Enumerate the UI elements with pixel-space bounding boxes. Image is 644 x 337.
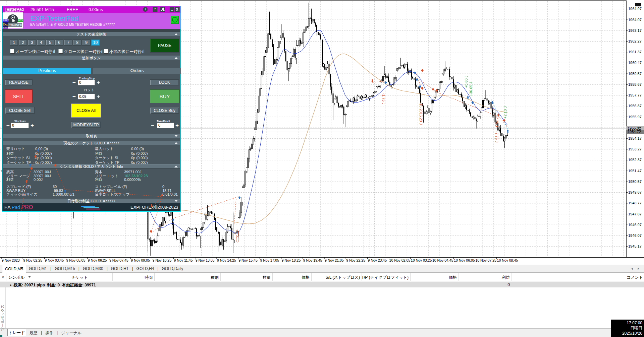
svg-text:1949.67: 1949.67 <box>628 190 642 194</box>
svg-text:9 Nov 09:05: 9 Nov 09:05 <box>131 258 150 262</box>
svg-text:9 Nov 11:45: 9 Nov 11:45 <box>174 258 193 262</box>
svg-text:TRAINER: TRAINER <box>9 23 22 27</box>
svg-text:1947.87: 1947.87 <box>628 212 642 216</box>
svg-text:9 Nov 05:05: 9 Nov 05:05 <box>66 258 86 262</box>
svg-text:+36.65 J: +36.65 J <box>469 82 473 96</box>
svg-text:9 Nov 19:45: 9 Nov 19:45 <box>303 258 322 262</box>
svg-text:1961.37: 1961.37 <box>628 50 642 54</box>
svg-text:-7.75 J: -7.75 J <box>495 116 499 127</box>
svg-text:Exp: Exp <box>3 23 8 26</box>
svg-text:9 Nov 03:45: 9 Nov 03:45 <box>45 258 64 262</box>
svg-text:10 Nov 03:25: 10 Nov 03:25 <box>411 258 432 262</box>
svg-text:1946.07: 1946.07 <box>628 233 642 238</box>
svg-text:FREE: FREE <box>3 19 9 21</box>
svg-text:9 Nov 23:45: 9 Nov 23:45 <box>368 258 387 262</box>
svg-text:1964.07: 1964.07 <box>628 18 642 22</box>
svg-text:9 Nov 17:05: 9 Nov 17:05 <box>260 258 279 262</box>
svg-text:9 Nov 07:45: 9 Nov 07:45 <box>109 258 128 262</box>
svg-text:1958.67: 1958.67 <box>628 82 642 86</box>
svg-text:9 Nov 22:25: 9 Nov 22:25 <box>346 258 365 262</box>
svg-text:10 Nov 07:25: 10 Nov 07:25 <box>475 258 496 262</box>
svg-text:9 Nov 02:25: 9 Nov 02:25 <box>23 258 42 262</box>
svg-text:10 Nov 06:05: 10 Nov 06:05 <box>454 258 475 262</box>
svg-text:+0.60 J: +0.60 J <box>464 76 468 88</box>
svg-text:10 Nov 04:45: 10 Nov 04:45 <box>432 258 453 262</box>
svg-text:1964.97: 1964.97 <box>628 7 642 11</box>
svg-text:1951.47: 1951.47 <box>628 169 642 173</box>
svg-text:1953.27: 1953.27 <box>628 147 642 151</box>
svg-text:-1.75 J: -1.75 J <box>382 93 386 105</box>
svg-text:9 Nov 10:25: 9 Nov 10:25 <box>152 258 171 262</box>
svg-text:9 Nov 21:05: 9 Nov 21:05 <box>325 258 344 262</box>
svg-text:+2.10 J: +2.10 J <box>503 107 507 119</box>
svg-text:1959.57: 1959.57 <box>628 72 642 76</box>
svg-text:9 Nov 14:25: 9 Nov 14:25 <box>217 258 236 262</box>
svg-text:1948.77: 1948.77 <box>628 201 642 205</box>
svg-text:1962.27: 1962.27 <box>628 39 642 43</box>
svg-text:1954.72: 1954.72 <box>628 130 641 134</box>
svg-text:1950.57: 1950.57 <box>628 180 642 184</box>
svg-text:1960.47: 1960.47 <box>628 61 642 65</box>
svg-text:MT5: MT5 <box>18 19 23 21</box>
svg-text:1963.17: 1963.17 <box>628 28 642 32</box>
svg-text:FOREX: FOREX <box>3 27 8 28</box>
svg-text:9 Nov 06:25: 9 Nov 06:25 <box>88 258 107 262</box>
svg-text:1945.17: 1945.17 <box>628 244 642 248</box>
svg-text:1956.87: 1956.87 <box>628 104 642 108</box>
svg-text:1946.97: 1946.97 <box>628 223 642 227</box>
svg-text:1957.77: 1957.77 <box>628 93 642 97</box>
svg-text:9 Nov 13:05: 9 Nov 13:05 <box>196 258 215 262</box>
svg-text:1954.17: 1954.17 <box>628 136 642 140</box>
svg-text:10 Nov 02:05: 10 Nov 02:05 <box>389 258 411 262</box>
svg-text:1955.97: 1955.97 <box>628 115 642 119</box>
svg-text:9 Nov 15:45: 9 Nov 15:45 <box>238 258 258 262</box>
svg-text:10 Nov 08:45: 10 Nov 08:45 <box>497 258 518 262</box>
svg-text:1952.37: 1952.37 <box>628 158 642 162</box>
svg-text:9 Nov 2023: 9 Nov 2023 <box>2 258 20 262</box>
svg-text:9 Nov 18:25: 9 Nov 18:25 <box>282 258 301 262</box>
svg-text:-7.75 J: -7.75 J <box>495 131 499 143</box>
svg-text:-15.2015.20 J: -15.2015.20 J <box>419 102 423 125</box>
